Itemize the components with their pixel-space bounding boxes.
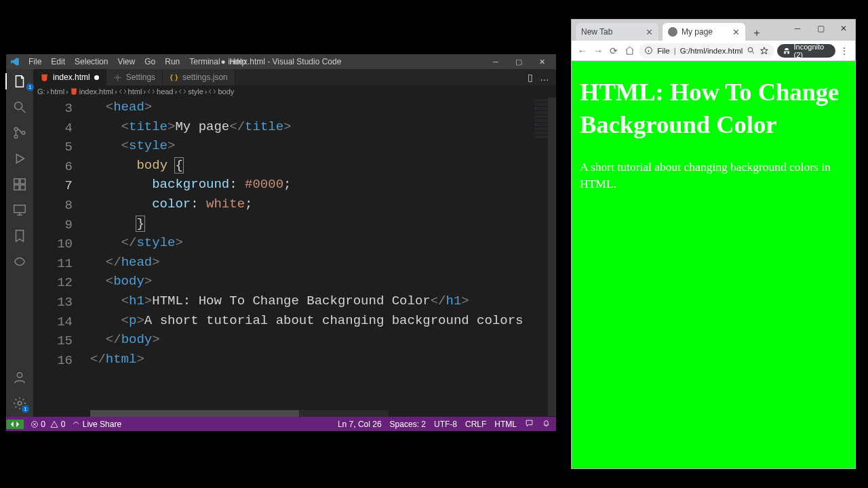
svg-point-1 (14, 127, 18, 131)
bc-file[interactable]: index.html (79, 87, 113, 96)
status-errors[interactable]: 0 0 (31, 420, 65, 429)
vscode-window: File Edit Selection View Go Run Terminal… (6, 54, 556, 431)
menu-edit[interactable]: Edit (46, 57, 70, 66)
status-live-share[interactable]: Live Share (72, 420, 121, 429)
svg-rect-6 (14, 185, 19, 190)
bc-sym[interactable]: head (157, 87, 173, 96)
incognito-icon (783, 46, 791, 56)
menu-bar: File Edit Selection View Go Run Terminal… (24, 57, 251, 66)
maximize-button[interactable]: ▢ (809, 20, 832, 37)
remote-explorer-icon[interactable] (12, 202, 28, 218)
extensions-icon[interactable] (12, 176, 28, 192)
tab-label: New Tab (581, 27, 612, 37)
search-icon[interactable] (12, 99, 28, 115)
menu-terminal[interactable]: Terminal (184, 57, 224, 66)
svg-point-10 (18, 401, 22, 405)
zoom-icon[interactable] (747, 46, 755, 55)
bookmark-star-icon[interactable] (760, 46, 769, 56)
status-lang[interactable]: HTML (494, 420, 517, 429)
address-bar[interactable]: File | G:/html/index.html (639, 43, 774, 58)
status-line-col[interactable]: Ln 7, Col 26 (338, 420, 382, 429)
status-bell-icon[interactable] (542, 419, 551, 430)
svg-rect-8 (14, 205, 26, 213)
modified-dot-icon (94, 75, 99, 80)
home-button[interactable] (623, 43, 636, 58)
tab-label: My page (682, 27, 713, 37)
html-file-icon (40, 73, 49, 82)
more-actions-icon[interactable]: … (540, 72, 549, 83)
tab-settings[interactable]: Settings (106, 69, 163, 85)
menu-help[interactable]: Help (225, 57, 252, 66)
page-paragraph: A short tutorial about changing backgrou… (580, 159, 847, 192)
rendered-page: HTML: How To Change Background Color A s… (572, 61, 855, 468)
status-bar: 0 0 Live Share Ln 7, Col 26 Spaces: 2 UT… (6, 417, 556, 431)
bc-sym-icon (147, 87, 155, 96)
scm-icon[interactable] (12, 125, 28, 141)
vscode-titlebar: File Edit Selection View Go Run Terminal… (6, 54, 556, 69)
vscode-logo-icon (10, 57, 20, 66)
svg-point-11 (117, 76, 119, 78)
bc-sym-icon (119, 87, 127, 96)
favicon-icon (668, 27, 677, 37)
close-tab-icon[interactable]: ✕ (732, 27, 740, 37)
explorer-icon[interactable]: 1 (5, 73, 33, 89)
chrome-menu-button[interactable]: ⋮ (838, 43, 851, 58)
tab-index-html[interactable]: index.html (33, 69, 106, 85)
bc-sym[interactable]: body (218, 87, 234, 96)
svg-point-3 (22, 131, 25, 135)
minimize-button[interactable]: ─ (786, 20, 809, 37)
addr-scheme: File (657, 47, 670, 55)
bc-sym-icon (178, 87, 186, 96)
split-editor-icon[interactable]: ▯ (528, 72, 533, 83)
status-spaces[interactable]: Spaces: 2 (390, 420, 426, 429)
menu-file[interactable]: File (24, 57, 46, 66)
breadcrumbs[interactable]: G: › html › index.html › html › head › s… (33, 85, 556, 98)
svg-rect-5 (20, 179, 25, 184)
bookmarks-icon[interactable] (12, 228, 28, 244)
bc-sym[interactable]: html (128, 87, 142, 96)
settings-gear-icon[interactable]: 1 (12, 395, 28, 411)
code-editor[interactable]: 345678910111213141516 <head> <title>My p… (33, 98, 556, 417)
status-feedback-icon[interactable] (525, 419, 534, 430)
menu-selection[interactable]: Selection (70, 57, 113, 66)
maximize-button[interactable]: ▢ (507, 58, 530, 66)
accounts-icon[interactable] (12, 369, 28, 386)
status-eol[interactable]: CRLF (465, 420, 486, 429)
tab-settings-json[interactable]: settings.json (163, 69, 235, 85)
minimize-button[interactable]: ─ (484, 58, 507, 66)
browser-tab-mypage[interactable]: My page ✕ (663, 23, 745, 41)
close-button[interactable]: ✕ (530, 58, 553, 66)
chrome-window: New Tab ✕ My page ✕ + ─ ▢ ✕ ← → ⟳ File |… (571, 19, 856, 469)
back-button[interactable]: ← (576, 43, 589, 58)
vertical-scrollbar[interactable] (548, 98, 556, 417)
json-file-icon (170, 73, 178, 82)
incognito-badge[interactable]: Incognito (2) (777, 44, 835, 58)
live-share-icon[interactable] (12, 253, 28, 270)
bc-drive[interactable]: G: (37, 87, 45, 96)
chrome-tabstrip: New Tab ✕ My page ✕ + ─ ▢ ✕ (572, 20, 855, 41)
close-button[interactable]: ✕ (832, 20, 855, 37)
svg-point-0 (15, 102, 22, 110)
activity-bar: 1 (6, 69, 33, 417)
settings-file-icon (113, 73, 122, 82)
horizontal-scrollbar[interactable] (90, 410, 389, 417)
browser-tab-newtab[interactable]: New Tab ✕ (576, 23, 658, 41)
menu-view[interactable]: View (113, 57, 140, 66)
forward-button[interactable]: → (591, 43, 604, 58)
chrome-toolbar: ← → ⟳ File | G:/html/index.html Incognit… (572, 41, 855, 61)
bc-sym[interactable]: style (188, 87, 203, 96)
svg-point-14 (748, 47, 753, 52)
status-encoding[interactable]: UTF-8 (434, 420, 457, 429)
bc-folder[interactable]: html (50, 87, 64, 96)
reload-button[interactable]: ⟳ (608, 43, 620, 58)
svg-rect-4 (14, 179, 19, 184)
svg-point-2 (14, 135, 18, 138)
remote-button[interactable] (6, 420, 24, 429)
menu-go[interactable]: Go (140, 57, 160, 66)
menu-run[interactable]: Run (160, 57, 184, 66)
run-debug-icon[interactable] (12, 150, 28, 167)
tab-label: index.html (53, 73, 90, 82)
addr-sep: | (674, 47, 676, 55)
close-tab-icon[interactable]: ✕ (646, 27, 653, 37)
new-tab-button[interactable]: + (749, 26, 764, 41)
